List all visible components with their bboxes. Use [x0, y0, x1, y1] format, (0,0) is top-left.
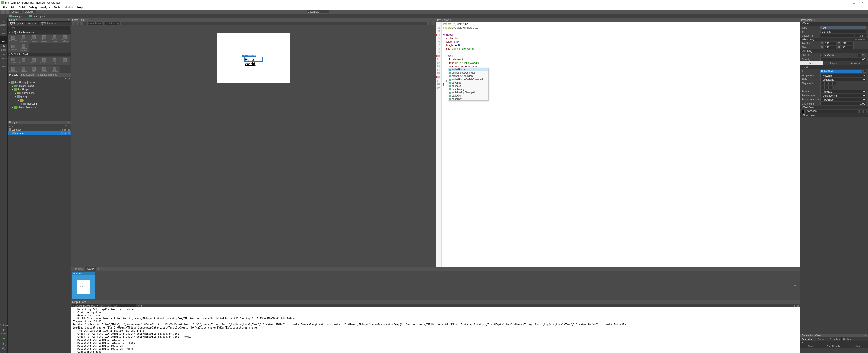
back-button[interactable] — [1, 10, 4, 13]
close-icon[interactable]: × — [44, 15, 46, 18]
section-visibility[interactable]: Visibility — [800, 50, 868, 53]
elide-select[interactable]: ElideNone — [820, 78, 867, 81]
library-section[interactable]: Qt Quick - Basic — [7, 53, 71, 56]
output-add-icon[interactable]: + — [138, 304, 140, 307]
autocomplete-item[interactable]: baseline: — [448, 97, 488, 100]
projects-sync-icon[interactable]: ⊕ — [68, 77, 70, 80]
library-item[interactable]: Number Animation — [19, 35, 29, 43]
export-icon[interactable]: ▢ — [60, 132, 63, 135]
projects-filter-icon[interactable]: ▾ — [65, 77, 66, 80]
output-dropdown-icon[interactable]: ▾ — [141, 304, 142, 307]
nav-arrow-up-icon[interactable]: ▴ — [68, 124, 70, 128]
tree-node[interactable]: ▸CMake Modules — [8, 106, 70, 109]
export-icon[interactable]: ▢ — [60, 128, 63, 131]
library-tab-assets[interactable]: Assets — [26, 22, 39, 25]
menu-tools[interactable]: Tools — [52, 6, 62, 9]
target-project-label[interactable]: FirstEmpty — [0, 324, 8, 326]
connection-tab-connections[interactable]: Connections — [800, 337, 816, 341]
library-item[interactable]: Flickable — [29, 57, 39, 65]
library-item[interactable]: Rectangle — [19, 66, 29, 73]
autocomplete-item[interactable]: antialiasing: — [448, 88, 488, 91]
design-canvas-viewport[interactable]: 14 16 element Hello World — [71, 25, 435, 267]
menu-debug[interactable]: Debug — [27, 6, 38, 9]
tree-node[interactable]: ▸main.qml — [8, 102, 70, 106]
nav-arrow-down-icon[interactable]: ▾ — [65, 124, 67, 128]
h-align-group[interactable] — [820, 82, 836, 85]
text-color-chip[interactable] — [802, 110, 805, 113]
design-canvas[interactable]: 14 16 element Hello World — [217, 33, 290, 83]
build-button[interactable]: 🔨 — [1, 347, 6, 352]
fontsize-mode-select[interactable]: FixedSize — [820, 98, 867, 101]
color-picker-icon[interactable] — [860, 110, 863, 113]
close-window-button[interactable]: ✕ — [859, 0, 867, 5]
library-filter-input[interactable] — [8, 26, 70, 30]
target-kit-icon[interactable]: ◧ — [1, 327, 6, 332]
add-annotation-button[interactable]: Add Annotation — [855, 34, 867, 37]
text-tr-icon[interactable] — [864, 70, 867, 73]
size-h-input[interactable] — [841, 46, 854, 49]
menu-analyze[interactable]: Analyze — [39, 6, 52, 9]
override-width-input[interactable] — [87, 22, 103, 25]
minimize-button[interactable]: ─ — [841, 0, 850, 5]
wrap-mode-select[interactable]: NoWrap — [820, 74, 867, 77]
library-tab-qml imports[interactable]: QML Imports — [39, 22, 58, 25]
format-select[interactable]: AutoText — [820, 90, 867, 93]
library-item[interactable]: Image — [50, 57, 60, 65]
output-pane-close-icon[interactable]: × — [88, 301, 89, 303]
projects-tab-open documents[interactable]: Open Documents — [36, 73, 59, 77]
fe-tool-rotate-icon[interactable] — [80, 22, 83, 25]
library-section[interactable]: Qt Quick - Animation — [7, 30, 71, 34]
tree-node[interactable]: ▸/ — [8, 98, 70, 102]
navigator-close-icon[interactable]: × — [68, 121, 69, 124]
library-tab-qml types[interactable]: QML Types — [7, 22, 26, 25]
library-item[interactable]: Animated Image — [8, 57, 18, 65]
fe-tool-move-icon[interactable] — [76, 22, 79, 25]
library-item[interactable]: Property Action — [50, 35, 60, 43]
library-item[interactable]: Text — [29, 66, 39, 73]
state-base-thumbnail[interactable]: base state Hello World — [72, 272, 95, 299]
autocomplete-item[interactable]: activeFocusOnTabChanged: — [448, 78, 488, 81]
library-item[interactable]: Pause Animation — [39, 35, 49, 43]
autocomplete-item[interactable]: activeFocusChanged: — [448, 71, 488, 75]
autocomplete-item[interactable]: advance: — [448, 81, 488, 84]
library-close-icon[interactable]: × — [68, 19, 69, 21]
projects-tab-file system[interactable]: File System — [20, 73, 36, 77]
output-zoom-out-icon[interactable]: ⊖ — [797, 304, 799, 307]
section-type[interactable]: Type — [800, 22, 868, 26]
view-subset-selector[interactable]: Essentials — [307, 10, 330, 13]
custom-id-input[interactable] — [819, 34, 854, 37]
nav-arrow-left-icon[interactable]: ◂ — [8, 124, 10, 128]
opacity-input[interactable] — [820, 58, 867, 61]
output-text[interactable]: -- Detecting CXX compile features - done… — [71, 307, 800, 353]
output-filter-input[interactable] — [111, 304, 136, 307]
prop-subtab-advanced[interactable]: Advanced — [845, 61, 868, 65]
autocomplete-item[interactable]: anchors. — [448, 84, 488, 88]
connection-tab-bindings[interactable]: Bindings — [816, 337, 828, 341]
visibility-icon[interactable]: ◉ — [64, 128, 66, 131]
library-item[interactable]: Mouse Area — [8, 66, 18, 73]
add-connection-button[interactable]: + — [800, 341, 868, 345]
size-w-input[interactable] — [824, 46, 836, 49]
is-visible-checkbox[interactable]: ✓ — [820, 54, 823, 57]
tree-node[interactable]: ▸Source Files — [8, 91, 70, 95]
library-item[interactable]: Parallel Animation — [29, 35, 39, 43]
color-reset-icon[interactable] — [864, 110, 867, 113]
clip-checkbox[interactable] — [858, 54, 861, 57]
doc-tab-main.qml[interactable]: main.qml× — [7, 15, 27, 18]
fe-zoom-reset-icon[interactable] — [432, 22, 434, 25]
autocomplete-popup[interactable]: activeFocus:activeFocusChanged:activeFoc… — [448, 68, 488, 100]
projects-tab-projects[interactable]: Projects — [7, 73, 20, 77]
code-editor[interactable]: 12345678910111213141516171819 import QtQ… — [436, 22, 800, 267]
mode-projects[interactable]: ⚙Projects — [0, 52, 7, 60]
states-close-icon[interactable]: × — [96, 267, 102, 271]
tree-node[interactable]: ▸FirstEmpty [master] — [8, 81, 70, 84]
text-value[interactable]: Hello World — [820, 70, 863, 73]
mode-welcome[interactable]: ⌂Welcome — [0, 19, 7, 27]
autocomplete-item[interactable]: antialiasingChanged: — [448, 91, 488, 94]
fe-zoom-fit-icon[interactable] — [428, 22, 431, 25]
style-selector[interactable]: Default — [24, 10, 36, 13]
close-icon[interactable]: × — [24, 15, 26, 18]
run-button[interactable]: ▶ — [1, 336, 6, 341]
pos-y-input[interactable] — [841, 42, 854, 45]
autocomplete-item[interactable]: activeFocus: — [448, 68, 488, 71]
